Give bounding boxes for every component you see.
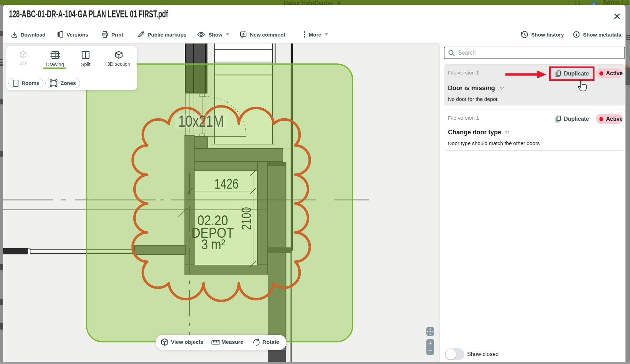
svg-text:2100: 2100	[239, 207, 254, 230]
svg-text:3 m²: 3 m²	[201, 237, 225, 252]
svg-text:1426: 1426	[214, 176, 238, 191]
svg-text:10x21M: 10x21M	[178, 112, 224, 130]
